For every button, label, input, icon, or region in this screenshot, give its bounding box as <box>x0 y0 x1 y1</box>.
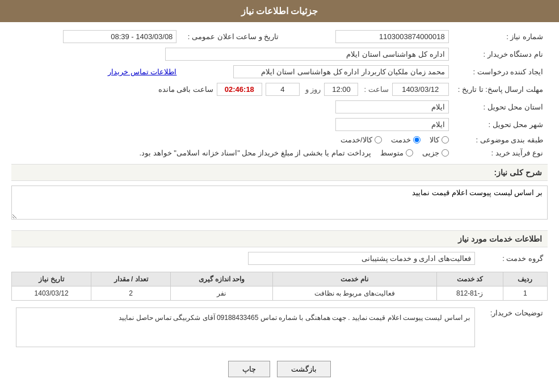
cell-code: ز-81-812 <box>436 286 503 301</box>
category-label: طبقه بندی موضوعی : <box>453 133 548 146</box>
city-label: شهر محل تحویل : <box>453 116 548 133</box>
creator-field: محمد زمان ملکیان کاربردار اداره کل هواشن… <box>233 65 449 78</box>
deadline-time: 12:00 <box>324 83 358 96</box>
category-option-khadamat[interactable]: خدمت <box>391 136 421 144</box>
creator-value: محمد زمان ملکیان کاربردار اداره کل هواشن… <box>181 63 453 81</box>
deadline-label: مهلت ارسال پاسخ: تا تاریخ : <box>453 81 548 98</box>
col-unit: واحد اندازه گیری <box>171 272 272 286</box>
need-number-label: شماره نیاز : <box>453 28 548 45</box>
services-table: ردیف کد خدمت نام خدمت واحد اندازه گیری ت… <box>11 272 548 301</box>
buyer-notes-value: بر اساس لیست پیوست اعلام قیمت نمایید . ج… <box>16 307 475 347</box>
deadline-days-label: روز و <box>305 85 321 94</box>
need-description-textarea[interactable]: بر اساس لیست پیوست اعلام قیمت نمایید <box>11 186 548 220</box>
col-date: تاریخ نیاز <box>12 272 91 286</box>
deadline-date: 1403/03/12 <box>392 83 449 96</box>
purchase-type-jozi[interactable]: جزیی <box>422 149 449 157</box>
deadline-days: 4 <box>266 83 300 96</box>
print-button[interactable]: چاپ <box>228 361 270 377</box>
cell-unit: نفر <box>171 286 272 301</box>
cell-row: 1 <box>503 286 547 301</box>
buyer-notes-label: توضیحات خریدار: <box>480 305 548 349</box>
deadline-time-label: ساعت : <box>364 85 388 94</box>
back-button[interactable]: بازگشت <box>277 361 331 377</box>
purchase-type-label: نوع فرآیند خرید : <box>453 146 548 159</box>
buyer-org-value: اداره کل هواشناسی استان ایلام <box>11 45 453 63</box>
services-section-header: اطلاعات خدمات مورد نیاز <box>11 230 548 247</box>
need-number-field: 1103003874000018 <box>335 30 449 43</box>
cell-name: فعالیت‌های مربوط به نظافت <box>272 286 436 301</box>
buyer-org-label: نام دستگاه خریدار : <box>453 45 548 63</box>
announcement-date-value: 1403/03/08 - 08:39 <box>11 28 181 45</box>
announcement-date-field: 1403/03/08 - 08:39 <box>63 30 176 43</box>
need-description-section-header: شرح کلی نیاز: <box>11 164 548 181</box>
col-code: کد خدمت <box>436 272 503 286</box>
buyer-contact-link[interactable]: اطلاعات تماس خریدار <box>108 68 176 76</box>
table-row: 1ز-81-812فعالیت‌های مربوط به نظافتنفر214… <box>12 286 548 301</box>
province-label: استان محل تحویل : <box>453 98 548 116</box>
need-number-value: 1103003874000018 <box>283 28 453 45</box>
buyer-org-field: اداره کل هواشناسی استان ایلام <box>165 48 449 61</box>
category-option-kala[interactable]: کالا <box>430 136 449 144</box>
remaining-time: 02:46:18 <box>217 83 262 96</box>
city-value: ایلام <box>335 118 449 131</box>
col-quantity: تعداد / مقدار <box>91 272 171 286</box>
category-option-kala-khadamat[interactable]: کالا/خدمت <box>341 136 382 144</box>
remaining-label: ساعت باقی مانده <box>158 85 213 94</box>
page-title: جزئیات اطلاعات نیاز <box>0 0 559 22</box>
purchase-note: پرداخت تمام یا بخشی از مبلغ خریداز محل "… <box>140 149 371 157</box>
province-value: ایلام <box>335 100 449 113</box>
creator-label: ایجاد کننده درخواست : <box>453 63 548 81</box>
col-row: ردیف <box>503 272 547 286</box>
cell-quantity: 2 <box>91 286 171 301</box>
service-group-label: گروه خدمت : <box>480 250 548 267</box>
announcement-date-label: تاریخ و ساعت اعلان عمومی : <box>181 28 283 45</box>
service-group-value: فعالیت‌های اداری و خدمات پشتیبانی <box>248 252 475 265</box>
cell-date: 1403/03/12 <box>12 286 91 301</box>
col-name: نام خدمت <box>272 272 436 286</box>
purchase-type-motavasset[interactable]: متوسط <box>380 149 413 157</box>
